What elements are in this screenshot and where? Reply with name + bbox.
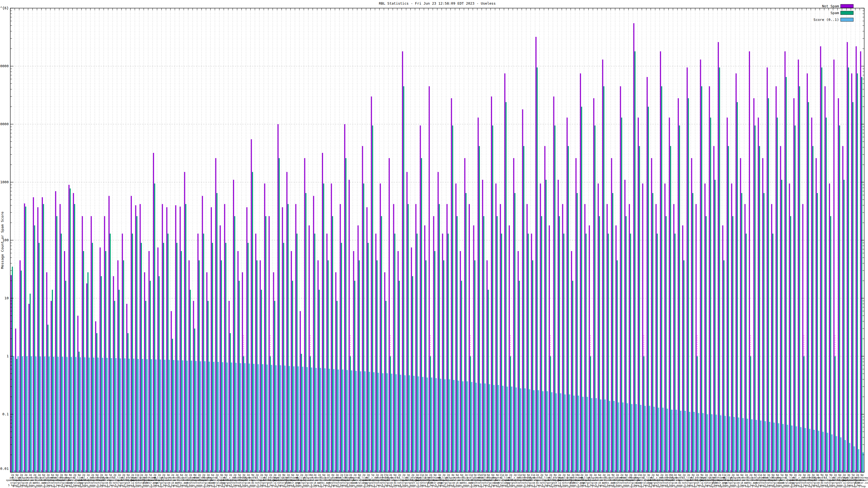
not-spam-bar [460,251,461,472]
rbl-count-label: 9@ [251,474,254,476]
score-bar [520,388,521,472]
score-bar [631,404,632,472]
spam-bar [639,146,640,472]
spam-bar [568,146,569,472]
rbl-domain-label: com [308,482,313,484]
y-tick-label: 100000 [0,64,9,68]
bar-group [829,184,833,472]
rbl-bar-chart: RBL Statistics - Fri Jun 23 12:58:09 EDT… [0,0,868,488]
bar-group [415,204,419,472]
not-spam-bar [259,260,261,472]
not-spam-bar [856,46,857,472]
rbl-count-label: 2@ [629,474,632,476]
not-spam-bar [424,225,425,472]
bar-group [282,207,285,472]
bar-group [153,153,156,472]
score-bar [209,362,210,472]
spam-bar [305,193,307,472]
rbl-count-label: 2@ [429,474,432,476]
rbl-count-label: 2@ [398,474,401,476]
spam-bar [661,86,662,472]
rbl-count-label: 2@ [660,474,663,476]
rbl-count-label: 6@ [180,474,183,476]
rbl-domain-label: net [126,482,130,484]
rbl-domain-label: org [833,482,837,484]
score-bar [809,429,810,472]
bar-group [705,184,708,472]
spam-bar [799,86,800,472]
bar-group [825,86,828,472]
rbl-count-label: 5@ [238,474,241,476]
score-bar [796,426,797,472]
spam-bar [497,216,498,472]
not-spam-bar [304,158,305,472]
rbl-domain-label: net [798,482,802,484]
rbl-domain-label: net [375,482,379,484]
bar-group [20,260,23,472]
spam-bar [710,118,711,472]
rbl-count-label: 2@ [198,474,201,476]
spam-bar [670,146,671,472]
rbl-domain-label: net [228,482,232,484]
score-bar [338,369,339,472]
rbl-domain-label: filter.com [855,482,868,484]
score-bar [564,394,566,472]
rbl-count-label: 3@ [647,474,650,476]
rbl-count-label: 3@ [812,474,814,476]
rbl-domain-label: net [664,482,669,484]
spam-bar [87,272,88,472]
score-bar [80,357,81,472]
bar-group [571,251,575,472]
rbl-count-label: 3@ [242,474,245,476]
rbl-domain-label: ca [701,482,703,484]
spam-bar [861,77,862,472]
not-spam-bar [758,118,759,472]
spam-bar [581,107,582,472]
spam-bar [848,67,849,472]
score-bar [475,383,477,472]
not-spam-bar [326,234,328,472]
rbl-count-label: 6@ [567,474,570,476]
rbl-domain-label: net [331,482,335,484]
rbl-count-label: 6@ [598,474,601,476]
x-tick-labels: 2@zen.spamhaus.org5 hops6@0.list.dnswl.o… [6,474,868,488]
spam-bar [599,216,600,472]
spam-bar [434,251,435,472]
not-spam-bar [15,329,16,472]
spam-bar [319,290,320,472]
rbl-count-label: 2@ [465,474,468,476]
rbl-domain-label: net [46,482,50,484]
not-spam-bar [771,204,772,472]
rbl-count-label: 6@ [42,474,45,476]
rbl-domain-label: org [122,482,126,484]
rbl-count-label: 6@ [860,474,863,476]
score-bar [676,410,677,472]
not-spam-bar [540,184,541,472]
spam-bar [550,356,551,472]
bar-group [847,42,850,472]
rbl-count-label: 6@ [656,474,659,476]
bar-group [149,251,152,472]
rbl-domain-label: ca [273,482,276,484]
bar-group [118,260,121,472]
rbl-domain-label: de [251,482,254,484]
rbl-count-label: 2@ [100,474,103,476]
bar-group [771,204,775,472]
score-bar [791,425,793,472]
y-tick-label: 1 [6,354,9,358]
bar-group [580,73,584,472]
bar-group [713,146,717,472]
not-spam-bar [171,311,172,472]
rbl-domain-label: xbl. [508,476,514,479]
spam-bar [728,146,729,472]
score-bar [324,368,326,472]
bar-group [558,180,561,472]
rbl-count-label: 8@ [65,474,67,476]
rbl-count-label: 2@ [260,474,263,476]
spam-bar [852,102,854,472]
rbl-count-label: 2@ [834,474,837,476]
rbl-count-label: 2@ [643,474,646,476]
bar-group [535,37,539,472]
rbl-domain-label: hostkarma. [855,476,868,479]
rbl-domain-label: z. [798,476,801,479]
